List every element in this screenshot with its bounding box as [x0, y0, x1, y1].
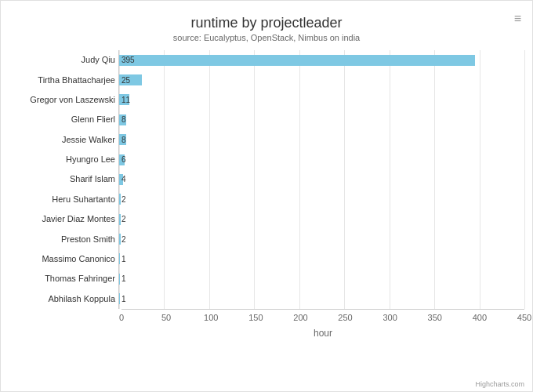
- y-label: Jessie Walker: [9, 136, 115, 144]
- y-label: Massimo Canonico: [9, 255, 115, 263]
- y-labels: Judy QiuTirtha BhattacharjeeGregor von L…: [9, 50, 118, 309]
- bar: 11: [119, 94, 129, 105]
- bar: 2: [119, 234, 121, 245]
- grid-line: [524, 50, 525, 309]
- bar: 1: [119, 253, 120, 264]
- bar-value-label: 1: [121, 295, 126, 303]
- bar: 25: [119, 74, 142, 85]
- chart-container: ≡ runtime by projectleader source: Eucal…: [0, 0, 533, 392]
- bar-value-label: 8: [121, 136, 126, 144]
- y-label: Glenn Flierl: [9, 115, 115, 124]
- chart-subtitle: source: Eucalyptus, OpenStack, Nimbus on…: [9, 33, 524, 42]
- y-label: Preston Smith: [9, 235, 115, 244]
- bar: 6: [119, 154, 125, 165]
- bar-value-label: 11: [121, 96, 130, 104]
- y-label: Thomas Fahringer: [9, 274, 115, 283]
- bars-section: Judy QiuTirtha BhattacharjeeGregor von L…: [9, 50, 524, 309]
- y-label: Gregor von Laszewski: [9, 96, 115, 104]
- x-tick: 450: [517, 313, 531, 322]
- bar-value-label: 2: [121, 195, 126, 204]
- menu-icon[interactable]: ≡: [514, 12, 521, 26]
- x-tick: 0: [119, 313, 124, 322]
- x-tick: 250: [338, 313, 352, 322]
- x-axis-label: hour: [121, 328, 524, 339]
- bar-value-label: 1: [121, 255, 126, 263]
- bar-value-label: 395: [121, 56, 135, 64]
- y-label: Abhilash Koppula: [9, 295, 115, 303]
- y-label: Hyungro Lee: [9, 155, 115, 164]
- bar-row: 6: [119, 153, 524, 167]
- y-label: Heru Suhartanto: [9, 195, 115, 204]
- bar: 1: [119, 274, 120, 285]
- chart-title: runtime by projectleader: [9, 15, 524, 31]
- bar: 4: [119, 174, 123, 185]
- bar-row: 25: [119, 73, 524, 87]
- bar-row: 1: [119, 292, 524, 306]
- x-axis-section: 050100150200250300350400450 hour: [121, 309, 524, 339]
- bar-value-label: 6: [121, 155, 126, 164]
- bar-row: 2: [119, 192, 524, 206]
- y-label: Judy Qiu: [9, 56, 115, 64]
- bar-value-label: 4: [121, 175, 126, 183]
- bar-row: 8: [119, 113, 524, 127]
- bar-row: 1: [119, 272, 524, 286]
- bar-value-label: 2: [121, 235, 126, 244]
- bar: 1: [119, 293, 120, 304]
- x-ticks: 050100150200250300350400450: [121, 309, 524, 325]
- bar: 2: [119, 194, 121, 205]
- bar-row: 2: [119, 232, 524, 246]
- x-tick: 350: [428, 313, 442, 322]
- bar-value-label: 8: [121, 115, 126, 124]
- y-label: Tirtha Bhattacharjee: [9, 76, 115, 85]
- y-label: Javier Diaz Montes: [9, 215, 115, 223]
- x-tick: 100: [204, 313, 218, 322]
- bar: 2: [119, 214, 121, 225]
- bars-and-grid: 39525118864222111: [118, 50, 524, 309]
- bar-value-label: 1: [121, 274, 126, 283]
- y-label: Sharif Islam: [9, 175, 115, 183]
- x-tick: 200: [293, 313, 307, 322]
- bar-row: 4: [119, 172, 524, 187]
- bar-row: 11: [119, 93, 524, 107]
- x-tick: 400: [473, 313, 487, 322]
- highcharts-credit: Highcharts.com: [475, 380, 524, 388]
- bar-row: 1: [119, 252, 524, 266]
- bar-row: 2: [119, 212, 524, 227]
- bar: 8: [119, 114, 126, 125]
- bar: 395: [119, 55, 475, 66]
- bar: 8: [119, 134, 126, 145]
- x-tick: 150: [248, 313, 263, 322]
- bar-row: 8: [119, 132, 524, 147]
- chart-area: Judy QiuTirtha BhattacharjeeGregor von L…: [9, 50, 524, 339]
- x-tick: 300: [383, 313, 397, 322]
- bar-value-label: 25: [121, 76, 130, 85]
- bar-row: 395: [119, 53, 524, 67]
- x-tick: 50: [161, 313, 171, 322]
- bar-value-label: 2: [121, 215, 126, 223]
